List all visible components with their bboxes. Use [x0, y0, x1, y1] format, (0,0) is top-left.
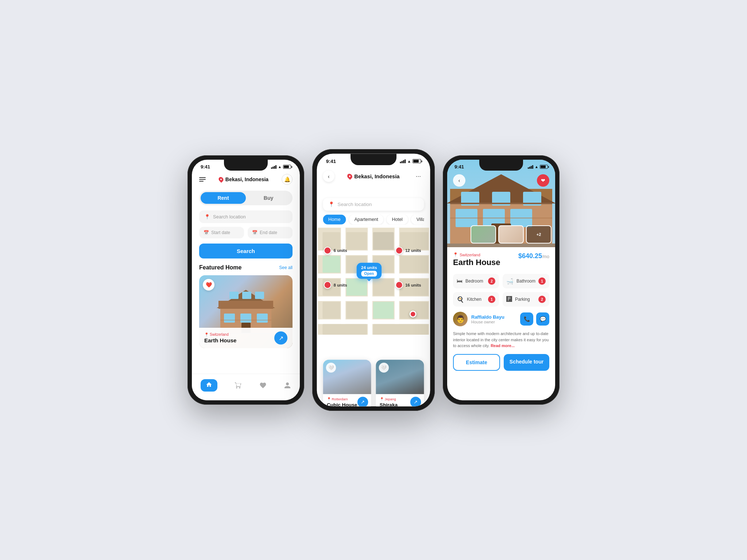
agent-info: Raffialdo Bayu House owner [471, 314, 516, 324]
shiraka-heart[interactable]: 🤍 [379, 363, 389, 373]
pin-8units-label: 8 units [334, 283, 347, 287]
heart-badge[interactable]: ❤️ [203, 279, 214, 291]
detail-hero-nav: ‹ ❤ [453, 174, 549, 187]
chip-home[interactable]: Home [323, 214, 346, 224]
profile-nav-icon [284, 382, 291, 389]
svg-rect-24 [322, 256, 340, 273]
chip-apartment[interactable]: Apartement [349, 214, 384, 224]
svg-rect-51 [447, 244, 555, 247]
featured-header: Featured Home See all [199, 264, 293, 271]
pin-6units-label: 6 units [334, 248, 347, 253]
chip-hotel[interactable]: Hotel [387, 214, 408, 224]
detail-back-button[interactable]: ‹ [453, 174, 465, 187]
location-pin-icon [218, 176, 224, 183]
svg-rect-5 [255, 292, 264, 299]
map-card-cubic-house[interactable]: 🤍 📍 Rotterdam Cubic House ↗ [323, 359, 371, 406]
amenities-grid: 🛏 Bedroom 2 🛁 Bathroom 1 🍳 Kitchen [453, 274, 549, 307]
house-illustration [209, 286, 282, 334]
chip-villa[interactable]: Villa [411, 214, 424, 224]
detail-heart-button[interactable]: ❤ [537, 174, 549, 187]
start-date-input[interactable]: 📅 Start date [199, 227, 244, 238]
map-popup-24units[interactable]: 24 units Open [356, 263, 382, 279]
rent-tab[interactable]: Rent [201, 192, 246, 204]
location-search-icon: 📍 [204, 214, 210, 219]
heart-nav-icon [259, 382, 267, 389]
message-button[interactable]: 💬 [536, 312, 549, 326]
search-button[interactable]: Search [199, 244, 293, 258]
card-info: 📍 Switzerland Earth House ↗ [199, 328, 293, 348]
parking-count: 2 [538, 296, 546, 303]
back-button[interactable]: ‹ [323, 171, 334, 182]
thumb-bedroom[interactable] [471, 225, 496, 244]
svg-rect-6 [224, 314, 235, 323]
date-row: 📅 Start date 📅 End date [199, 227, 293, 238]
status-time-2: 9:41 [326, 158, 336, 164]
detail-body: 📍 Switzerland Earth House $640.25/mo [447, 247, 555, 376]
popup-units-label: 24 units [361, 265, 377, 270]
map-pin-16units[interactable]: 16 units [395, 281, 421, 289]
bathroom-label: Bathroom [516, 279, 535, 284]
see-all-link[interactable]: See all [279, 265, 293, 270]
map-card-shiraka[interactable]: 🤍 📍 Jepang Shiraka ↗ [376, 359, 424, 406]
svg-rect-16 [318, 319, 429, 324]
map-pin-12units[interactable]: 12 units [395, 247, 421, 254]
svg-rect-2 [218, 301, 273, 309]
map-pin-8units[interactable]: 8 units [324, 281, 347, 289]
featured-card: ❤️ 📍 Switzerland Earth House ↗ [199, 275, 293, 348]
svg-rect-27 [400, 256, 428, 273]
bottom-nav [192, 374, 300, 400]
agent-avatar: 👨 [453, 312, 468, 326]
amenity-parking: 🅿 Parking 2 [503, 292, 549, 307]
nav-profile-item[interactable] [279, 380, 295, 390]
menu-icon[interactable] [199, 177, 206, 182]
svg-rect-36 [322, 324, 367, 335]
bathroom-count: 1 [538, 277, 546, 285]
notification-bell-icon[interactable]: 🔔 [282, 174, 293, 185]
detail-hero-image: 9:41 ▲ [447, 160, 555, 247]
map-location-pin-icon [346, 173, 353, 180]
nav-heart-item[interactable] [255, 380, 271, 390]
status-bar-2: 9:41 ▲ [317, 154, 430, 166]
call-button[interactable]: 📞 [520, 312, 533, 326]
pin-16units-label: 16 units [405, 283, 421, 287]
property-location: 📍 Switzerland [453, 252, 500, 257]
bedroom-icon: 🛏 [457, 278, 462, 284]
cubic-house-arrow[interactable]: ↗ [357, 397, 368, 406]
shiraka-arrow[interactable]: ↗ [410, 397, 421, 406]
svg-rect-18 [368, 228, 372, 335]
kitchen-count: 1 [488, 296, 495, 303]
amenity-bedroom: 🛏 Bedroom 2 [453, 274, 499, 288]
thumb-more[interactable]: +2 [526, 225, 551, 244]
svg-rect-22 [373, 232, 394, 250]
filter-chips: Home Apartement Hotel Villa [323, 214, 424, 224]
map-search-input[interactable]: 📍 Search location [323, 198, 424, 211]
property-name: Earth House [453, 258, 500, 267]
buy-tab[interactable]: Buy [246, 192, 291, 204]
more-options-icon[interactable]: ··· [413, 171, 424, 182]
nav-cart-item[interactable] [230, 380, 246, 390]
signal-icon-2 [400, 159, 406, 163]
agent-row: 👨 Raffialdo Bayu House owner 📞 💬 [453, 312, 549, 326]
parking-label: Parking [515, 297, 535, 302]
thumb-kitchen[interactable] [498, 225, 524, 244]
svg-rect-37 [373, 324, 428, 335]
map-pin-6units[interactable]: 6 units [324, 247, 347, 254]
nav-home-item[interactable] [196, 378, 222, 393]
property-description: Simple home with modern architecture and… [453, 331, 549, 349]
rent-buy-tabs: Rent Buy [199, 191, 293, 205]
schedule-tour-button[interactable]: Schedule tour [504, 354, 549, 371]
cubic-house-heart[interactable]: 🤍 [326, 363, 336, 373]
map-property-cards: 🤍 📍 Rotterdam Cubic House ↗ [323, 359, 424, 406]
status-time-1: 9:41 [201, 164, 210, 170]
end-date-input[interactable]: 📅 End date [248, 227, 293, 238]
map-location-display: Bekasi, Indonesia [347, 173, 399, 179]
search-location-input[interactable]: 📍 Search location [199, 210, 293, 223]
card-arrow-button[interactable]: ↗ [274, 331, 287, 345]
pin-12units-label: 12 units [405, 248, 421, 253]
wifi-icon-3: ▲ [535, 165, 538, 169]
map-nav-bar: ‹ Bekasi, Indonesia ··· [317, 167, 430, 182]
location-display: Bekasi, Indonesia [219, 176, 268, 182]
svg-rect-34 [373, 302, 394, 319]
estimate-button[interactable]: Estimate [453, 354, 500, 371]
read-more-link[interactable]: Read more... [491, 343, 515, 348]
